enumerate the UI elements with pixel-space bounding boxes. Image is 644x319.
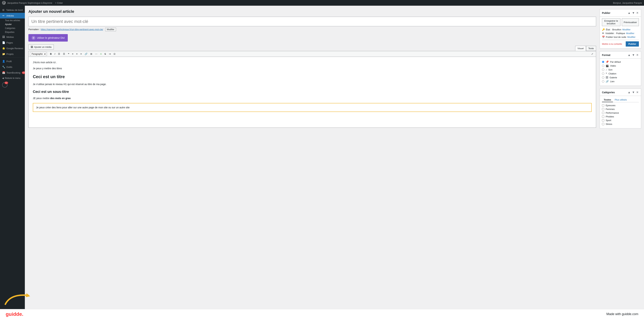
category-femmes-label: Femmes: [606, 108, 615, 111]
add-media-button[interactable]: 🖼 Ajouter un média: [28, 44, 54, 50]
bold-button[interactable]: B: [49, 52, 53, 56]
permalink-url[interactable]: https://parayre-sophrologue.fr/un-titre-…: [41, 28, 103, 31]
sidebar-item-tools[interactable]: 🔧 Outils: [0, 64, 25, 70]
color-button[interactable]: A: [99, 52, 103, 56]
categories-collapse-down[interactable]: ▼: [632, 91, 635, 94]
paragraph-select[interactable]: Paragraphe: [30, 52, 46, 56]
format-default-icon: 📌: [606, 60, 609, 63]
status-edit-link[interactable]: Modifier: [622, 28, 630, 31]
publish-collapse-up[interactable]: ▲: [627, 11, 631, 15]
align-left-button[interactable]: ≡: [71, 52, 75, 56]
sidebar-item-profile[interactable]: 👤 Profil: [0, 59, 25, 64]
categories-collapse-up[interactable]: ▲: [627, 91, 631, 94]
publish-time-label: Publier tout de suite: [606, 36, 626, 38]
wp-logo[interactable]: [2, 1, 6, 5]
format-close[interactable]: ✕: [636, 53, 639, 57]
editor-body[interactable]: J'écris mon article ici . Je peux y mett…: [28, 57, 596, 128]
format-collapse-up[interactable]: ▲: [627, 54, 631, 57]
sidebar-sub-add[interactable]: Ajouter: [0, 22, 25, 26]
categories-close[interactable]: ✕: [636, 91, 639, 94]
special-chars-button[interactable]: Ω: [112, 52, 116, 56]
category-sport-checkbox[interactable]: [602, 119, 604, 122]
sidebar-item-label: Profil: [6, 60, 12, 63]
avatar[interactable]: 52: [2, 82, 8, 88]
expand-button[interactable]: ⤢: [590, 52, 594, 56]
format-link-label: Lien: [610, 80, 614, 83]
publish-collapse-down[interactable]: ▼: [632, 11, 635, 15]
format-box-title: Format: [602, 54, 610, 57]
table-button[interactable]: ⊞: [89, 52, 94, 56]
permalink-row: Permalien : https://parayre-sophrologue.…: [28, 28, 596, 31]
category-epreuves-checkbox[interactable]: [602, 104, 604, 107]
status-row: 🔑 État : Brouillon Modifier: [602, 28, 639, 31]
highlighted-link-text: Je peux créer des liens pour aller sur u…: [33, 103, 592, 112]
permalink-edit-button[interactable]: Modifier: [105, 28, 116, 31]
trash-link[interactable]: Mettre à la corbeille: [602, 43, 622, 45]
sidebar-item-dashboard[interactable]: ⊞ Tableau de bord: [0, 7, 25, 13]
divi-icon: D: [32, 36, 36, 40]
ol-button[interactable]: ☰: [62, 52, 66, 56]
editor-line-4-prefix: JE peux mettre: [33, 97, 50, 100]
format-gallery-label: Galerie: [610, 76, 617, 79]
format-quote-radio[interactable]: [602, 73, 604, 75]
format-collapse-down[interactable]: ▼: [632, 54, 635, 57]
strikethrough-button[interactable]: S̶: [103, 52, 107, 56]
format-audio: ♪ Son: [602, 68, 639, 71]
quote-button[interactable]: ❝: [67, 52, 70, 56]
format-audio-radio[interactable]: [602, 69, 604, 71]
editor-line-1: J'écris mon article ici .: [33, 60, 592, 64]
sidebar-item-teambooking[interactable]: 📅 TeamBooking 57: [0, 70, 25, 76]
sidebar-item-articles[interactable]: ✏ Articles: [0, 13, 25, 19]
projects-icon: 📁: [2, 53, 5, 55]
format-link-radio[interactable]: [602, 80, 604, 83]
publish-time-edit-link[interactable]: Modifier: [627, 36, 636, 38]
tab-frequent-categories[interactable]: Plus utilisés: [613, 98, 629, 102]
sidebar-item-media[interactable]: 🖼 Médias: [0, 34, 25, 40]
indent-button[interactable]: ⇥: [108, 52, 112, 56]
sidebar-item-pages[interactable]: 📄 Pages: [0, 40, 25, 46]
divi-button[interactable]: D Utiliser le générateur Divi: [28, 34, 68, 42]
sidebar-item-label: Pages: [6, 41, 13, 44]
google-reviews-icon: ⭐: [2, 47, 5, 50]
pages-icon: 📄: [2, 41, 5, 44]
format-video-radio[interactable]: [602, 65, 604, 67]
category-phobies-checkbox[interactable]: [602, 115, 604, 118]
sidebar-sub-all-articles[interactable]: Tous les articles: [0, 19, 25, 22]
format-gallery: 🖼 Galerie: [602, 76, 639, 79]
sidebar-item-projects[interactable]: 📁 Projets: [0, 51, 25, 57]
sidebar-item-google-reviews[interactable]: ⭐ Google Reviews: [0, 46, 25, 51]
reduce-menu[interactable]: ◀ Réduire le menu: [0, 76, 25, 81]
sidebar-sub-categories[interactable]: Catégories: [0, 26, 25, 30]
visibility-edit-link[interactable]: Modifier: [626, 32, 634, 35]
category-performance-checkbox[interactable]: [602, 112, 604, 114]
tab-text[interactable]: Texte: [586, 46, 596, 51]
tab-visual[interactable]: Visuel: [575, 46, 586, 51]
link-button[interactable]: 🔗: [84, 52, 89, 56]
categories-box-body: Toutes Plus utilisés Epreuves Femmes Per…: [600, 96, 641, 128]
editor-toolbar: Paragraphe B I ☰ ☰ ❝ ≡ ≡ ≡ 🔗 ⊞ ⋯ A S̶ ⇥ …: [28, 51, 596, 57]
save-draft-button[interactable]: Enregistrer le brouillon: [602, 18, 620, 26]
dashboard-icon: ⊞: [2, 9, 5, 11]
sidebar-sub-tags[interactable]: Étiquettes: [0, 30, 25, 34]
format-quote: ❝ Citation: [602, 72, 639, 75]
format-default: 📌 Par défaut: [602, 60, 639, 63]
format-gallery-radio[interactable]: [602, 76, 604, 79]
italic-button[interactable]: I: [53, 52, 56, 56]
post-title-input[interactable]: [28, 17, 596, 26]
align-right-button[interactable]: ≡: [79, 52, 83, 56]
publish-close[interactable]: ✕: [636, 11, 639, 15]
format-box-header: Format ▲ ▼ ✕: [600, 52, 641, 59]
category-femmes: Femmes: [602, 108, 639, 111]
category-femmes-checkbox[interactable]: [602, 108, 604, 110]
create-new[interactable]: Créer: [55, 2, 63, 4]
tab-all-categories[interactable]: Toutes: [602, 98, 613, 102]
more-button[interactable]: ⋯: [94, 52, 99, 56]
align-center-button[interactable]: ≡: [75, 52, 79, 56]
categories-box-title: Catégories: [602, 91, 615, 94]
format-default-radio[interactable]: [602, 61, 604, 63]
preview-button[interactable]: Prévisualiser: [622, 18, 639, 26]
tools-icon: 🔧: [2, 66, 5, 68]
publish-button[interactable]: Publier: [626, 41, 639, 47]
ul-button[interactable]: ☰: [57, 52, 62, 56]
category-stress-checkbox[interactable]: [602, 123, 604, 125]
